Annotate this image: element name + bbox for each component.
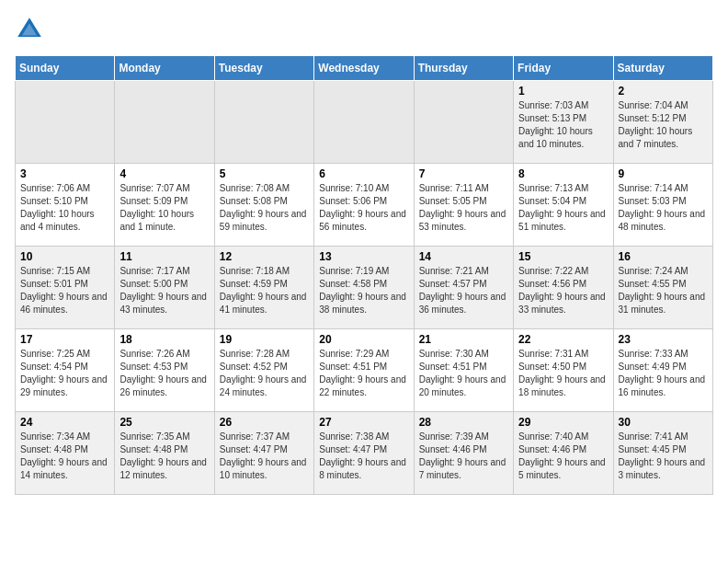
calendar-cell: 7Sunrise: 7:11 AM Sunset: 5:05 PM Daylig… [414, 164, 513, 247]
calendar-cell: 2Sunrise: 7:04 AM Sunset: 5:12 PM Daylig… [613, 81, 712, 164]
day-number: 5 [220, 167, 309, 180]
weekday-header-thursday: Thursday [414, 56, 513, 81]
calendar-cell: 30Sunrise: 7:41 AM Sunset: 4:45 PM Dayli… [613, 412, 712, 495]
day-number: 12 [220, 250, 309, 263]
calendar-cell [314, 81, 414, 164]
day-info: Sunrise: 7:13 AM Sunset: 5:04 PM Dayligh… [518, 182, 608, 234]
day-info: Sunrise: 7:33 AM Sunset: 4:49 PM Dayligh… [619, 348, 708, 399]
calendar-cell: 9Sunrise: 7:14 AM Sunset: 5:03 PM Daylig… [613, 164, 712, 247]
calendar-cell: 23Sunrise: 7:33 AM Sunset: 4:49 PM Dayli… [613, 329, 712, 412]
day-info: Sunrise: 7:26 AM Sunset: 4:53 PM Dayligh… [119, 348, 209, 399]
calendar-cell: 26Sunrise: 7:37 AM Sunset: 4:47 PM Dayli… [214, 412, 313, 495]
day-number: 27 [319, 416, 408, 429]
calendar-cell: 21Sunrise: 7:30 AM Sunset: 4:51 PM Dayli… [414, 329, 513, 412]
day-info: Sunrise: 7:37 AM Sunset: 4:47 PM Dayligh… [220, 431, 309, 482]
calendar-cell: 15Sunrise: 7:22 AM Sunset: 4:56 PM Dayli… [514, 247, 613, 329]
day-number: 1 [518, 85, 608, 98]
calendar-cell: 25Sunrise: 7:35 AM Sunset: 4:48 PM Dayli… [115, 412, 214, 495]
day-number: 11 [119, 250, 209, 263]
calendar-cell [214, 81, 313, 164]
day-number: 16 [619, 250, 708, 263]
day-number: 20 [319, 333, 408, 346]
day-info: Sunrise: 7:41 AM Sunset: 4:45 PM Dayligh… [619, 431, 708, 482]
day-number: 18 [119, 333, 209, 346]
calendar-cell: 14Sunrise: 7:21 AM Sunset: 4:57 PM Dayli… [414, 247, 513, 329]
day-number: 21 [419, 333, 508, 346]
day-info: Sunrise: 7:34 AM Sunset: 4:48 PM Dayligh… [20, 431, 109, 482]
calendar-cell: 20Sunrise: 7:29 AM Sunset: 4:51 PM Dayli… [314, 329, 414, 412]
calendar-cell: 13Sunrise: 7:19 AM Sunset: 4:58 PM Dayli… [314, 247, 414, 329]
calendar-cell: 3Sunrise: 7:06 AM Sunset: 5:10 PM Daylig… [16, 164, 115, 247]
day-number: 6 [319, 167, 408, 180]
calendar-cell: 10Sunrise: 7:15 AM Sunset: 5:01 PM Dayli… [16, 247, 115, 329]
calendar-cell: 29Sunrise: 7:40 AM Sunset: 4:46 PM Dayli… [514, 412, 613, 495]
day-info: Sunrise: 7:21 AM Sunset: 4:57 PM Dayligh… [419, 265, 508, 316]
day-number: 22 [518, 333, 608, 346]
day-info: Sunrise: 7:29 AM Sunset: 4:51 PM Dayligh… [319, 348, 408, 399]
day-number: 26 [220, 416, 309, 429]
day-info: Sunrise: 7:22 AM Sunset: 4:56 PM Dayligh… [518, 265, 608, 316]
day-number: 7 [419, 167, 508, 180]
day-number: 29 [518, 416, 608, 429]
day-info: Sunrise: 7:15 AM Sunset: 5:01 PM Dayligh… [20, 265, 109, 316]
day-info: Sunrise: 7:18 AM Sunset: 4:59 PM Dayligh… [220, 265, 309, 316]
day-number: 25 [119, 416, 209, 429]
day-info: Sunrise: 7:25 AM Sunset: 4:54 PM Dayligh… [20, 348, 109, 399]
day-info: Sunrise: 7:31 AM Sunset: 4:50 PM Dayligh… [518, 348, 608, 399]
day-info: Sunrise: 7:19 AM Sunset: 4:58 PM Dayligh… [319, 265, 408, 316]
day-info: Sunrise: 7:38 AM Sunset: 4:47 PM Dayligh… [319, 431, 408, 482]
calendar-cell: 22Sunrise: 7:31 AM Sunset: 4:50 PM Dayli… [514, 329, 613, 412]
day-number: 24 [20, 416, 109, 429]
calendar-week-row: 17Sunrise: 7:25 AM Sunset: 4:54 PM Dayli… [16, 329, 713, 412]
calendar-cell: 28Sunrise: 7:39 AM Sunset: 4:46 PM Dayli… [414, 412, 513, 495]
calendar-cell: 1Sunrise: 7:03 AM Sunset: 5:13 PM Daylig… [514, 81, 613, 164]
day-number: 19 [220, 333, 309, 346]
day-info: Sunrise: 7:04 AM Sunset: 5:12 PM Dayligh… [619, 99, 708, 151]
day-number: 13 [319, 250, 408, 263]
calendar-cell [115, 81, 214, 164]
calendar-week-row: 1Sunrise: 7:03 AM Sunset: 5:13 PM Daylig… [16, 81, 713, 164]
day-info: Sunrise: 7:30 AM Sunset: 4:51 PM Dayligh… [419, 348, 508, 399]
day-info: Sunrise: 7:24 AM Sunset: 4:55 PM Dayligh… [619, 265, 708, 316]
calendar-cell: 8Sunrise: 7:13 AM Sunset: 5:04 PM Daylig… [514, 164, 613, 247]
day-number: 9 [619, 167, 708, 180]
calendar-cell: 12Sunrise: 7:18 AM Sunset: 4:59 PM Dayli… [214, 247, 313, 329]
calendar-cell: 18Sunrise: 7:26 AM Sunset: 4:53 PM Dayli… [115, 329, 214, 412]
logo [15, 15, 50, 44]
calendar-cell: 19Sunrise: 7:28 AM Sunset: 4:52 PM Dayli… [214, 329, 313, 412]
calendar-cell [414, 81, 513, 164]
calendar-cell: 6Sunrise: 7:10 AM Sunset: 5:06 PM Daylig… [314, 164, 414, 247]
weekday-header-monday: Monday [115, 56, 214, 81]
day-info: Sunrise: 7:08 AM Sunset: 5:08 PM Dayligh… [220, 182, 309, 234]
calendar-cell: 24Sunrise: 7:34 AM Sunset: 4:48 PM Dayli… [16, 412, 115, 495]
calendar-week-row: 10Sunrise: 7:15 AM Sunset: 5:01 PM Dayli… [16, 247, 713, 329]
day-info: Sunrise: 7:14 AM Sunset: 5:03 PM Dayligh… [619, 182, 708, 234]
day-info: Sunrise: 7:17 AM Sunset: 5:00 PM Dayligh… [119, 265, 209, 316]
day-number: 3 [20, 167, 109, 180]
day-number: 30 [619, 416, 708, 429]
logo-icon [15, 15, 44, 44]
day-number: 23 [619, 333, 708, 346]
day-number: 14 [419, 250, 508, 263]
day-number: 4 [119, 167, 209, 180]
day-info: Sunrise: 7:39 AM Sunset: 4:46 PM Dayligh… [419, 431, 508, 482]
calendar-cell [16, 81, 115, 164]
day-info: Sunrise: 7:03 AM Sunset: 5:13 PM Dayligh… [518, 99, 608, 151]
day-info: Sunrise: 7:07 AM Sunset: 5:09 PM Dayligh… [119, 182, 209, 234]
page-header [15, 15, 713, 44]
weekday-header-saturday: Saturday [613, 56, 712, 81]
day-info: Sunrise: 7:11 AM Sunset: 5:05 PM Dayligh… [419, 182, 508, 234]
day-number: 15 [518, 250, 608, 263]
day-number: 2 [619, 85, 708, 98]
day-number: 10 [20, 250, 109, 263]
calendar-cell: 11Sunrise: 7:17 AM Sunset: 5:00 PM Dayli… [115, 247, 214, 329]
day-number: 17 [20, 333, 109, 346]
calendar-week-row: 24Sunrise: 7:34 AM Sunset: 4:48 PM Dayli… [16, 412, 713, 495]
calendar-cell: 27Sunrise: 7:38 AM Sunset: 4:47 PM Dayli… [314, 412, 414, 495]
day-info: Sunrise: 7:06 AM Sunset: 5:10 PM Dayligh… [20, 182, 109, 234]
day-info: Sunrise: 7:28 AM Sunset: 4:52 PM Dayligh… [220, 348, 309, 399]
weekday-header-friday: Friday [514, 56, 613, 81]
day-info: Sunrise: 7:40 AM Sunset: 4:46 PM Dayligh… [518, 431, 608, 482]
calendar-cell: 4Sunrise: 7:07 AM Sunset: 5:09 PM Daylig… [115, 164, 214, 247]
calendar-cell: 16Sunrise: 7:24 AM Sunset: 4:55 PM Dayli… [613, 247, 712, 329]
